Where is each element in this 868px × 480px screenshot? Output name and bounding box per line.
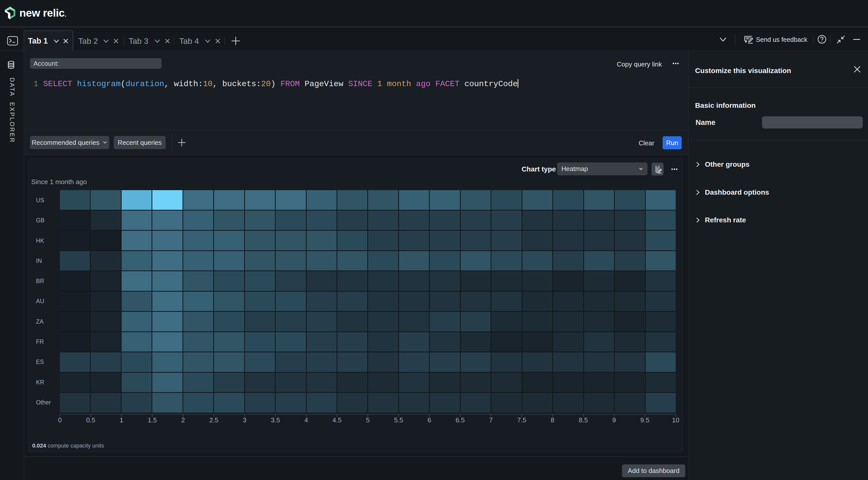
svg-text:2: 2 <box>181 416 185 424</box>
svg-text:9: 9 <box>612 416 616 424</box>
svg-text:6: 6 <box>428 416 431 424</box>
svg-text:1: 1 <box>120 416 123 424</box>
svg-text:3: 3 <box>243 416 246 424</box>
svg-text:0: 0 <box>58 416 62 424</box>
svg-text:5.5: 5.5 <box>394 416 403 424</box>
svg-text:8: 8 <box>551 416 554 424</box>
svg-text:0.5: 0.5 <box>86 416 95 424</box>
svg-text:4: 4 <box>304 416 308 424</box>
svg-text:4.5: 4.5 <box>333 416 342 424</box>
svg-text:6.5: 6.5 <box>456 416 465 424</box>
svg-text:5: 5 <box>366 416 370 424</box>
svg-text:1.5: 1.5 <box>148 416 157 424</box>
svg-text:8.5: 8.5 <box>579 416 588 424</box>
svg-text:9.5: 9.5 <box>641 416 650 424</box>
svg-text:2.5: 2.5 <box>209 416 218 424</box>
svg-text:7.5: 7.5 <box>517 416 526 424</box>
svg-text:10: 10 <box>672 416 679 424</box>
svg-text:7: 7 <box>489 416 493 424</box>
svg-text:3.5: 3.5 <box>271 416 280 424</box>
